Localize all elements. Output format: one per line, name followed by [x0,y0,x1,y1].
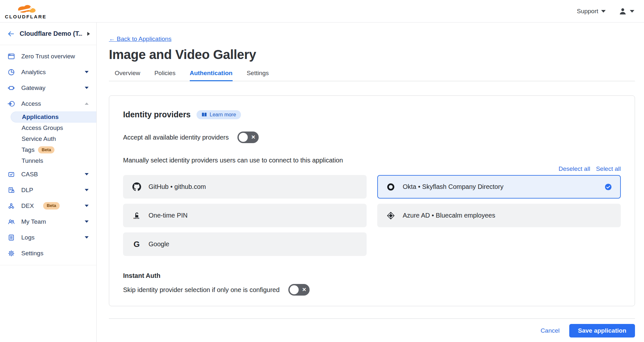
chevron-down-icon[interactable] [85,236,89,239]
sidebar-item-label: Access [21,100,41,107]
selected-check-icon [605,183,612,191]
chevron-down-icon[interactable] [85,205,89,207]
accept-all-toggle[interactable]: ✕ [237,132,259,143]
sidebar: Cloudflare Demo (T... Zero Trust overvie… [0,23,97,342]
sidebar-item-dex[interactable]: DEX Beta [0,198,96,214]
sidebar-nav: Zero Trust overview Analytics Gateway [0,45,96,265]
gateway-icon [7,84,15,92]
tab-settings[interactable]: Settings [247,70,269,81]
book-icon [201,112,207,117]
sidebar-item-logs[interactable]: Logs [0,230,96,245]
toggle-knob [239,133,248,142]
people-icon [7,218,15,226]
tab-authentication[interactable]: Authentication [190,70,233,81]
provider-label: Azure AD • Bluecalm employees [403,212,495,219]
chevron-down-icon[interactable] [85,220,89,223]
sidebar-item-label: DLP [21,187,33,194]
sidebar-item-service-auth[interactable]: Service Auth [0,133,96,144]
sidebar-item-label: Applications [22,113,59,121]
provider-label: Google [149,240,169,248]
sidebar-divider [0,265,96,265]
github-icon [132,182,141,191]
sidebar-item-applications[interactable]: Applications [11,112,96,122]
user-icon [619,7,627,15]
chevron-down-icon[interactable] [85,189,89,191]
chevron-right-icon[interactable] [87,32,90,36]
login-icon [7,100,15,108]
window-icon [7,52,15,61]
account-switcher[interactable]: Cloudflare Demo (T... [0,23,96,45]
toggle-knob [290,285,299,294]
azure-ad-icon [386,211,395,220]
sidebar-item-label: Logs [21,234,34,241]
sidebar-item-access[interactable]: Access [0,96,96,112]
provider-google[interactable]: G Google [123,232,367,256]
x-icon: ✕ [302,287,306,292]
provider-one-time-pin[interactable]: **** One-time PIN [123,204,367,227]
instant-auth-toggle[interactable]: ✕ [288,284,310,296]
card-title: Identity providers [123,110,191,119]
arrow-left-icon[interactable] [7,30,15,38]
sidebar-item-label: Tunnels [22,157,43,164]
sidebar-item-gateway[interactable]: Gateway [0,80,96,96]
sidebar-item-label: Zero Trust overview [21,53,75,60]
tab-bar: Overview Policies Authentication Setting… [109,70,635,81]
sidebar-item-analytics[interactable]: Analytics [0,64,96,80]
provider-github[interactable]: GitHub • github.com [123,175,367,199]
sidebar-item-label: Access Groups [22,124,63,132]
sidebar-item-my-team[interactable]: My Team [0,214,96,230]
sidebar-item-settings[interactable]: Settings [0,245,96,261]
gear-icon [7,249,15,258]
sidebar-item-label: Analytics [21,69,46,76]
sidebar-item-zero-trust-overview[interactable]: Zero Trust overview [0,48,96,64]
x-icon: ✕ [251,135,255,140]
cancel-button[interactable]: Cancel [541,327,560,334]
chevron-down-icon[interactable] [85,71,89,73]
deselect-all-link[interactable]: Deselect all [559,165,590,172]
provider-label: Okta • Skyflash Company Directory [403,183,504,191]
provider-label: GitHub • github.com [149,183,206,191]
learn-more-label: Learn more [210,112,236,118]
footer-divider [109,318,635,319]
beta-badge: Beta [43,202,60,209]
footer-actions: Cancel Save application [109,324,635,337]
save-application-button[interactable]: Save application [569,324,635,337]
svg-text:G: G [133,240,139,249]
sidebar-item-tags[interactable]: Tags Beta [0,144,96,155]
sidebar-item-label: DEX [21,202,34,210]
chevron-down-icon [630,10,634,13]
tab-policies[interactable]: Policies [154,70,175,81]
provider-grid: GitHub • github.com Okta • Skyflash Comp… [123,175,621,256]
chevron-down-icon[interactable] [85,173,89,175]
sidebar-item-label: Settings [21,250,43,257]
sidebar-item-label: CASB [21,171,38,178]
provider-label: One-time PIN [149,212,187,219]
provider-azure-ad[interactable]: Azure AD • Bluecalm employees [377,204,621,227]
sidebar-item-access-groups[interactable]: Access Groups [0,122,96,133]
manual-select-text: Manually select identity providers users… [123,157,621,164]
network-icon [7,202,15,210]
provider-okta[interactable]: Okta • Skyflash Company Directory [377,175,621,199]
page-title: Image and Video Gallery [109,47,635,62]
one-time-pin-icon: **** [132,211,141,220]
accept-all-label: Accept all available identity providers [123,134,229,141]
tab-overview[interactable]: Overview [115,70,140,81]
instant-auth-label: Skip identity provider selection if only… [123,286,280,294]
svg-text:****: **** [133,217,139,220]
sidebar-item-label: Gateway [21,84,45,92]
sidebar-item-label: Tags [22,146,34,153]
learn-more-badge[interactable]: Learn more [197,110,241,119]
select-all-link[interactable]: Select all [596,165,621,172]
sidebar-item-tunnels[interactable]: Tunnels [0,155,96,166]
okta-icon [386,182,395,191]
user-menu[interactable] [619,7,634,15]
chevron-down-icon[interactable] [85,87,89,89]
sidebar-item-casb[interactable]: CASB [0,166,96,182]
support-menu[interactable]: Support [577,8,606,15]
chevron-down-icon [601,10,606,13]
google-icon: G [132,240,141,249]
chevron-up-icon[interactable] [85,103,89,105]
back-to-applications-link[interactable]: ← Back to Applications [109,35,171,43]
cloudflare-logo[interactable]: CLOUDFLARE [5,3,46,19]
sidebar-item-dlp[interactable]: DLP [0,182,96,198]
